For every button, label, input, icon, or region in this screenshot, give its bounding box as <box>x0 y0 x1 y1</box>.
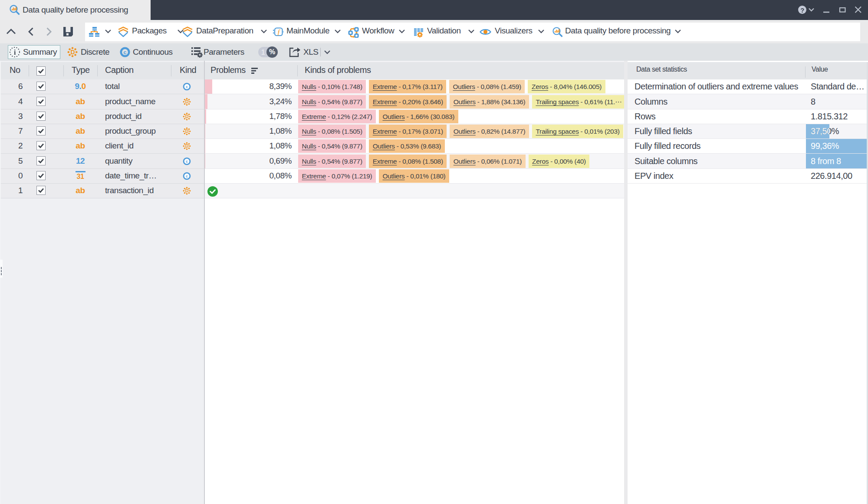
svg-text:D: D <box>70 49 75 56</box>
svg-text:c: c <box>186 159 188 164</box>
svg-text:i: i <box>14 49 16 56</box>
svg-text:ƒ: ƒ <box>277 28 280 36</box>
svg-text:c: c <box>124 49 127 56</box>
svg-text:D: D <box>185 114 189 119</box>
svg-text:D: D <box>185 99 189 104</box>
svg-text:D: D <box>185 188 189 193</box>
svg-text:D: D <box>185 128 189 134</box>
svg-text:?: ? <box>800 7 804 14</box>
svg-text:c: c <box>186 174 188 178</box>
svg-text:D: D <box>185 143 189 148</box>
svg-text:c: c <box>186 85 188 89</box>
